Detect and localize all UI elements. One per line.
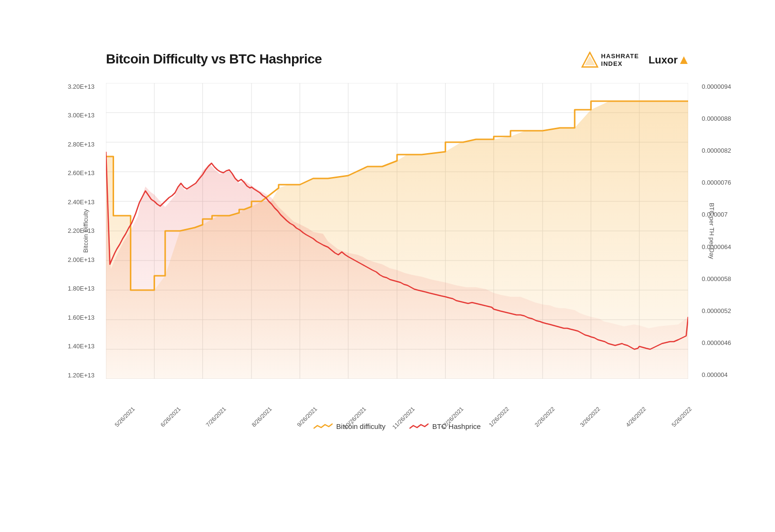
y-left-label-8: 1.60E+13 — [68, 314, 94, 321]
luxor-logo: Luxor — [649, 54, 688, 66]
legend-hashprice-icon — [409, 422, 429, 431]
y-right-label-7: 0.0000052 — [702, 307, 731, 314]
y-left-label-7: 1.80E+13 — [68, 285, 94, 292]
y-left-label-5: 2.20E+13 — [68, 227, 94, 234]
y-left-label-4: 2.40E+13 — [68, 198, 94, 206]
y-axis-right: 0.0000094 0.0000088 0.0000082 0.0000076 … — [702, 83, 731, 379]
hashrate-text: HASHRATE INDEX — [601, 52, 639, 67]
y-left-label-6: 2.00E+13 — [68, 256, 94, 263]
y-right-label-3: 0.0000076 — [702, 179, 731, 186]
y-right-label-2: 0.0000082 — [702, 147, 731, 154]
y-right-label-0: 0.0000094 — [702, 83, 731, 90]
svg-marker-2 — [680, 56, 688, 64]
y-right-label-6: 0.0000058 — [702, 275, 731, 282]
y-axis-title-left: Bitcoin Difficulty — [82, 209, 89, 253]
legend-hashprice-label: BTC Hashprice — [432, 422, 481, 430]
y-left-label-10: 1.20E+13 — [68, 372, 94, 379]
chart-title: Bitcoin Difficulty vs BTC Hashprice — [106, 52, 322, 67]
luxor-triangle-icon — [680, 56, 688, 64]
chart-area: 3.20E+13 3.00E+13 2.80E+13 2.60E+13 2.40… — [106, 83, 688, 379]
y-left-label-3: 2.60E+13 — [68, 169, 94, 177]
y-left-label-2: 2.80E+13 — [68, 141, 94, 148]
chart-container: Bitcoin Difficulty vs BTC Hashprice HASH… — [58, 32, 717, 500]
chart-svg — [106, 83, 688, 379]
hashrate-logo: HASHRATE INDEX — [581, 52, 639, 69]
y-left-label-9: 1.40E+13 — [68, 343, 94, 350]
hashrate-icon — [581, 52, 598, 69]
x-axis-labels: 5/26/2021 6/26/2021 7/26/2021 8/26/2021 … — [106, 402, 688, 412]
legend-difficulty-icon — [314, 422, 333, 431]
y-left-label-1: 3.00E+13 — [68, 112, 94, 119]
y-axis-left: 3.20E+13 3.00E+13 2.80E+13 2.60E+13 2.40… — [68, 83, 94, 379]
y-axis-title-right: BTC per TH per Day — [708, 202, 715, 259]
logo-area: HASHRATE INDEX Luxor — [581, 52, 688, 69]
luxor-label: Luxor — [649, 54, 678, 66]
y-left-label-0: 3.20E+13 — [68, 83, 94, 90]
y-right-label-8: 0.0000046 — [702, 339, 731, 346]
y-right-label-9: 0.000004 — [702, 371, 728, 378]
y-right-label-1: 0.0000088 — [702, 115, 731, 122]
chart-header: Bitcoin Difficulty vs BTC Hashprice HASH… — [106, 52, 688, 69]
y-right-label-5: 0.0000064 — [702, 243, 731, 250]
